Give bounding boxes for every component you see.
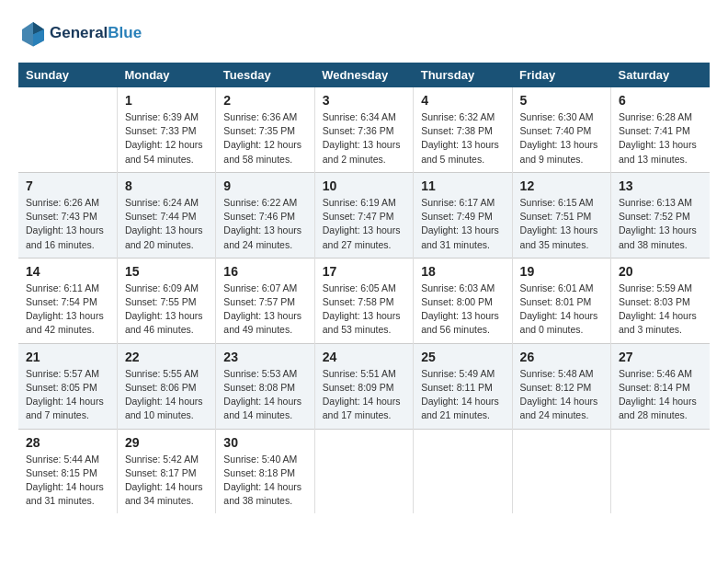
calendar-week-row: 28Sunrise: 5:44 AMSunset: 8:15 PMDayligh… bbox=[18, 429, 710, 513]
day-number: 1 bbox=[125, 93, 208, 108]
day-number: 12 bbox=[520, 178, 603, 193]
day-info: Sunrise: 5:55 AMSunset: 8:06 PMDaylight:… bbox=[125, 367, 208, 423]
day-info: Sunrise: 6:03 AMSunset: 8:00 PMDaylight:… bbox=[421, 282, 504, 338]
day-number: 21 bbox=[26, 350, 109, 364]
day-number: 3 bbox=[323, 93, 405, 108]
day-info: Sunrise: 5:57 AMSunset: 8:05 PMDaylight:… bbox=[26, 367, 109, 423]
day-number: 5 bbox=[520, 93, 603, 108]
day-number: 28 bbox=[26, 435, 109, 450]
calendar-cell: 27Sunrise: 5:46 AMSunset: 8:14 PMDayligh… bbox=[611, 343, 710, 429]
day-info: Sunrise: 6:09 AMSunset: 7:55 PMDaylight:… bbox=[125, 282, 208, 338]
day-number: 26 bbox=[520, 350, 603, 364]
day-info: Sunrise: 6:36 AMSunset: 7:35 PMDaylight:… bbox=[223, 110, 306, 167]
day-info: Sunrise: 5:46 AMSunset: 8:14 PMDaylight:… bbox=[619, 367, 702, 423]
day-number: 6 bbox=[619, 93, 702, 108]
day-info: Sunrise: 5:49 AMSunset: 8:11 PMDaylight:… bbox=[421, 367, 504, 423]
day-number: 4 bbox=[421, 93, 504, 108]
day-info: Sunrise: 6:32 AMSunset: 7:38 PMDaylight:… bbox=[421, 110, 504, 167]
calendar-cell bbox=[611, 429, 710, 513]
calendar-cell bbox=[314, 429, 413, 513]
day-info: Sunrise: 5:40 AMSunset: 8:18 PMDaylight:… bbox=[223, 453, 306, 509]
day-info: Sunrise: 6:17 AMSunset: 7:49 PMDaylight:… bbox=[421, 196, 504, 252]
day-info: Sunrise: 6:24 AMSunset: 7:44 PMDaylight:… bbox=[125, 196, 208, 252]
calendar-cell: 26Sunrise: 5:48 AMSunset: 8:12 PMDayligh… bbox=[512, 343, 610, 429]
day-number: 9 bbox=[223, 178, 306, 193]
calendar-week-row: 1Sunrise: 6:39 AMSunset: 7:33 PMDaylight… bbox=[18, 87, 710, 172]
calendar-header-row: SundayMondayTuesdayWednesdayThursdayFrid… bbox=[18, 63, 710, 87]
day-number: 16 bbox=[223, 264, 306, 279]
calendar-cell: 5Sunrise: 6:30 AMSunset: 7:40 PMDaylight… bbox=[512, 87, 610, 172]
calendar-cell: 30Sunrise: 5:40 AMSunset: 8:18 PMDayligh… bbox=[216, 429, 314, 513]
day-number: 30 bbox=[223, 435, 306, 450]
calendar-cell: 10Sunrise: 6:19 AMSunset: 7:47 PMDayligh… bbox=[314, 172, 413, 258]
day-number: 27 bbox=[619, 350, 702, 364]
calendar-cell: 12Sunrise: 6:15 AMSunset: 7:51 PMDayligh… bbox=[512, 172, 610, 258]
calendar-cell: 7Sunrise: 6:26 AMSunset: 7:43 PMDaylight… bbox=[18, 172, 117, 258]
day-number: 13 bbox=[619, 178, 702, 193]
day-number: 24 bbox=[323, 350, 405, 364]
day-info: Sunrise: 5:51 AMSunset: 8:09 PMDaylight:… bbox=[323, 367, 405, 423]
day-number: 18 bbox=[421, 264, 504, 279]
calendar-cell: 22Sunrise: 5:55 AMSunset: 8:06 PMDayligh… bbox=[117, 343, 215, 429]
header-cell-thursday: Thursday bbox=[414, 63, 512, 87]
calendar-cell: 14Sunrise: 6:11 AMSunset: 7:54 PMDayligh… bbox=[18, 258, 117, 343]
calendar-cell: 6Sunrise: 6:28 AMSunset: 7:41 PMDaylight… bbox=[611, 87, 710, 172]
calendar-cell: 20Sunrise: 5:59 AMSunset: 8:03 PMDayligh… bbox=[611, 258, 710, 343]
calendar-cell bbox=[414, 429, 512, 513]
day-info: Sunrise: 6:39 AMSunset: 7:33 PMDaylight:… bbox=[125, 110, 208, 167]
calendar-cell: 8Sunrise: 6:24 AMSunset: 7:44 PMDaylight… bbox=[117, 172, 215, 258]
day-info: Sunrise: 5:42 AMSunset: 8:17 PMDaylight:… bbox=[125, 453, 208, 509]
day-number: 22 bbox=[125, 350, 208, 364]
header-cell-friday: Friday bbox=[512, 63, 610, 87]
calendar-week-row: 7Sunrise: 6:26 AMSunset: 7:43 PMDaylight… bbox=[18, 172, 710, 258]
calendar-cell: 9Sunrise: 6:22 AMSunset: 7:46 PMDaylight… bbox=[216, 172, 314, 258]
calendar-cell: 11Sunrise: 6:17 AMSunset: 7:49 PMDayligh… bbox=[414, 172, 512, 258]
calendar-cell: 25Sunrise: 5:49 AMSunset: 8:11 PMDayligh… bbox=[414, 343, 512, 429]
calendar-cell: 13Sunrise: 6:13 AMSunset: 7:52 PMDayligh… bbox=[611, 172, 710, 258]
calendar-cell: 18Sunrise: 6:03 AMSunset: 8:00 PMDayligh… bbox=[414, 258, 512, 343]
header-cell-wednesday: Wednesday bbox=[314, 63, 413, 87]
calendar-cell: 21Sunrise: 5:57 AMSunset: 8:05 PMDayligh… bbox=[18, 343, 117, 429]
day-info: Sunrise: 5:48 AMSunset: 8:12 PMDaylight:… bbox=[520, 367, 603, 423]
logo-icon bbox=[18, 18, 48, 48]
day-info: Sunrise: 6:26 AMSunset: 7:43 PMDaylight:… bbox=[26, 196, 109, 252]
day-info: Sunrise: 5:59 AMSunset: 8:03 PMDaylight:… bbox=[619, 282, 702, 338]
calendar-cell: 16Sunrise: 6:07 AMSunset: 7:57 PMDayligh… bbox=[216, 258, 314, 343]
calendar-cell: 24Sunrise: 5:51 AMSunset: 8:09 PMDayligh… bbox=[314, 343, 413, 429]
day-number: 2 bbox=[223, 93, 306, 108]
day-info: Sunrise: 6:22 AMSunset: 7:46 PMDaylight:… bbox=[223, 196, 306, 252]
logo-text: GeneralBlue bbox=[50, 24, 142, 42]
calendar-cell: 29Sunrise: 5:42 AMSunset: 8:17 PMDayligh… bbox=[117, 429, 215, 513]
calendar-cell: 28Sunrise: 5:44 AMSunset: 8:15 PMDayligh… bbox=[18, 429, 117, 513]
day-number: 17 bbox=[323, 264, 405, 279]
page-header: GeneralBlue bbox=[18, 18, 710, 48]
day-info: Sunrise: 6:19 AMSunset: 7:47 PMDaylight:… bbox=[323, 196, 405, 252]
calendar-cell bbox=[512, 429, 610, 513]
calendar-cell: 17Sunrise: 6:05 AMSunset: 7:58 PMDayligh… bbox=[314, 258, 413, 343]
day-number: 23 bbox=[223, 350, 306, 364]
calendar-week-row: 21Sunrise: 5:57 AMSunset: 8:05 PMDayligh… bbox=[18, 343, 710, 429]
day-info: Sunrise: 6:13 AMSunset: 7:52 PMDaylight:… bbox=[619, 196, 702, 252]
day-number: 20 bbox=[619, 264, 702, 279]
day-info: Sunrise: 6:07 AMSunset: 7:57 PMDaylight:… bbox=[223, 282, 306, 338]
calendar-cell: 1Sunrise: 6:39 AMSunset: 7:33 PMDaylight… bbox=[117, 87, 215, 172]
calendar-cell: 2Sunrise: 6:36 AMSunset: 7:35 PMDaylight… bbox=[216, 87, 314, 172]
calendar-cell: 15Sunrise: 6:09 AMSunset: 7:55 PMDayligh… bbox=[117, 258, 215, 343]
day-number: 25 bbox=[421, 350, 504, 364]
calendar-table: SundayMondayTuesdayWednesdayThursdayFrid… bbox=[18, 63, 710, 513]
day-number: 7 bbox=[26, 178, 109, 193]
day-info: Sunrise: 6:28 AMSunset: 7:41 PMDaylight:… bbox=[619, 110, 702, 167]
calendar-week-row: 14Sunrise: 6:11 AMSunset: 7:54 PMDayligh… bbox=[18, 258, 710, 343]
day-info: Sunrise: 6:30 AMSunset: 7:40 PMDaylight:… bbox=[520, 110, 603, 167]
header-cell-tuesday: Tuesday bbox=[216, 63, 314, 87]
day-info: Sunrise: 5:53 AMSunset: 8:08 PMDaylight:… bbox=[223, 367, 306, 423]
day-info: Sunrise: 6:01 AMSunset: 8:01 PMDaylight:… bbox=[520, 282, 603, 338]
day-number: 10 bbox=[323, 178, 405, 193]
day-info: Sunrise: 6:15 AMSunset: 7:51 PMDaylight:… bbox=[520, 196, 603, 252]
day-number: 29 bbox=[125, 435, 208, 450]
day-number: 8 bbox=[125, 178, 208, 193]
calendar-cell: 23Sunrise: 5:53 AMSunset: 8:08 PMDayligh… bbox=[216, 343, 314, 429]
day-info: Sunrise: 6:05 AMSunset: 7:58 PMDaylight:… bbox=[323, 282, 405, 338]
header-cell-monday: Monday bbox=[117, 63, 215, 87]
day-number: 11 bbox=[421, 178, 504, 193]
